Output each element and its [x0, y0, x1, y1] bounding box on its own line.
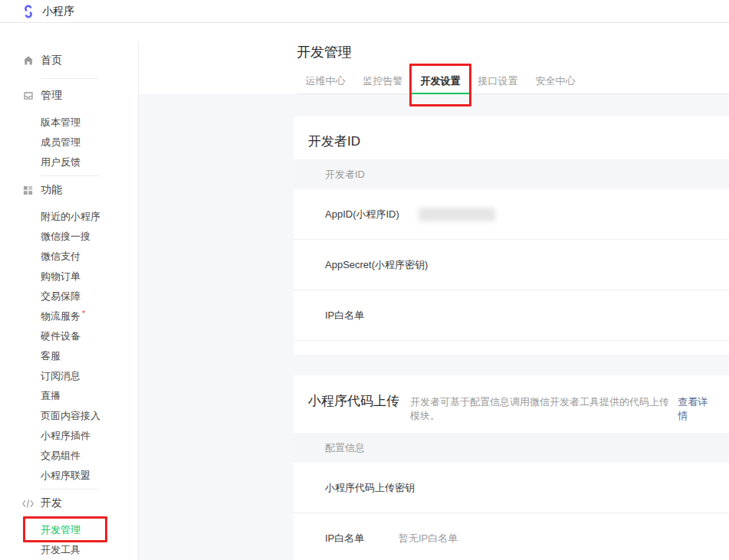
sidebar-divider	[41, 175, 99, 176]
sidebar-item-user-feedback[interactable]: 用户反馈	[0, 152, 139, 172]
table-row-appid: AppID(小程序ID)	[294, 189, 729, 240]
page-header: 开发管理 运维中心监控告警开发设置接口设置安全中心	[139, 23, 729, 94]
field-label: IP白名单	[325, 532, 399, 545]
tab-monitor-alarm[interactable]: 监控告警	[354, 71, 412, 93]
code-upload-rows: 小程序代码上传密钥IP白名单暂无IP白名单	[294, 463, 729, 560]
inbox-icon	[21, 90, 34, 102]
code-upload-card-head: 小程序代码上传 开发者可基于配置信息调用微信开发者工具提供的代码上传模块。 查看…	[294, 375, 729, 423]
sidebar-item-label: 附近的小程序	[41, 210, 100, 224]
sidebar-item-label: 物流服务	[41, 309, 80, 323]
sidebar-item-label: 开发	[41, 496, 62, 510]
sidebar-item-label: 订阅消息	[41, 369, 80, 383]
sidebar-divider	[41, 489, 99, 490]
sidebar-item-label: 微信支付	[41, 250, 80, 264]
sidebar-item-nearby-miniprograms[interactable]: 附近的小程序	[0, 207, 139, 227]
table-header-label: 开发者ID	[325, 168, 365, 182]
miniprogram-logo-icon[interactable]	[21, 4, 36, 19]
sidebar-item-wechat-pay[interactable]: 微信支付	[0, 247, 139, 267]
sidebar-item-label: 版本管理	[41, 116, 80, 129]
sidebar-divider	[41, 78, 99, 79]
field-label: AppID(小程序ID)	[325, 208, 399, 221]
section-title-code-upload: 小程序代码上传	[308, 393, 399, 409]
field-label: AppSecret(小程序密钥)	[325, 258, 399, 272]
sidebar-item-home[interactable]: 首页	[0, 51, 139, 70]
code-upload-card: 小程序代码上传 开发者可基于配置信息调用微信开发者工具提供的代码上传模块。 查看…	[294, 375, 729, 560]
table-row-upload-key: 小程序代码上传密钥	[294, 463, 729, 513]
required-asterisk: *	[82, 309, 85, 318]
code-upload-table-header: 配置信息	[294, 433, 729, 463]
sidebar-item-label: 管理	[41, 89, 62, 103]
app-window: 小程序 首页管理版本管理成员管理用户反馈功能附近的小程序微信搜一搜微信支付购物订…	[0, 0, 729, 560]
sidebar-item-miniprogram-plugin[interactable]: 小程序插件	[0, 426, 139, 446]
sidebar-item-label: 小程序联盟	[41, 469, 90, 483]
sidebar-item-live-streaming[interactable]: 直播	[0, 386, 139, 406]
view-details-link[interactable]: 查看详情	[678, 395, 714, 423]
sidebar-item-label: 购物订单	[41, 270, 80, 283]
sidebar-item-label: 直播	[41, 389, 61, 403]
sidebar-item-label: 开发管理	[41, 523, 80, 537]
layout: 首页管理版本管理成员管理用户反馈功能附近的小程序微信搜一搜微信支付购物订单交易保…	[0, 23, 729, 560]
sidebar-item-customer-service[interactable]: 客服	[0, 346, 139, 366]
field-label: 小程序代码上传密钥	[325, 481, 399, 495]
table-row-ip-whitelist: IP白名单	[294, 290, 729, 341]
sidebar-item-label: 硬件设备	[41, 329, 80, 343]
tab-api-settings[interactable]: 接口设置	[469, 71, 527, 93]
sidebar-item-shopping-orders[interactable]: 购物订单	[0, 267, 139, 287]
tab-develop-settings[interactable]: 开发设置	[412, 71, 469, 93]
main-content: 开发管理 运维中心监控告警开发设置接口设置安全中心 开发者ID 开发者ID Ap…	[139, 23, 729, 560]
app-title: 小程序	[42, 5, 74, 18]
home-icon	[21, 54, 34, 67]
redacted-value	[419, 208, 495, 221]
section-title-developer-id: 开发者ID	[308, 133, 360, 149]
sidebar-item-hardware-devices[interactable]: 硬件设备	[0, 326, 139, 346]
table-row-upload-ip-whitelist: IP白名单暂无IP白名单	[294, 513, 729, 560]
tab-label: 监控告警	[363, 75, 403, 87]
sidebar-item-develop[interactable]: 开发	[0, 493, 139, 513]
sidebar-item-miniprogram-union[interactable]: 小程序联盟	[0, 466, 139, 486]
sidebar-item-develop-management[interactable]: 开发管理	[0, 520, 139, 540]
tab-label: 接口设置	[478, 75, 518, 87]
sidebar-item-label: 成员管理	[41, 136, 80, 149]
tab-label: 运维中心	[306, 75, 346, 87]
table-row-appsecret: AppSecret(小程序密钥)	[294, 240, 729, 290]
sidebar-item-member-management[interactable]: 成员管理	[0, 133, 139, 152]
developer-id-card: 开发者ID 开发者ID AppID(小程序ID)AppSecret(小程序密钥)…	[294, 116, 729, 355]
sidebar: 首页管理版本管理成员管理用户反馈功能附近的小程序微信搜一搜微信支付购物订单交易保…	[0, 23, 139, 560]
sidebar-item-subscribe-message[interactable]: 订阅消息	[0, 366, 139, 386]
field-label: IP白名单	[325, 309, 399, 323]
code-icon	[21, 499, 34, 509]
sidebar-item-transaction-guarantee[interactable]: 交易保障	[0, 287, 139, 306]
tab-security-center[interactable]: 安全中心	[527, 71, 584, 93]
sidebar-item-logistics-service[interactable]: 物流服务*	[0, 306, 139, 326]
sidebar-item-label: 首页	[41, 54, 62, 67]
sidebar-item-label: 开发工具	[41, 543, 80, 557]
developer-id-card-head: 开发者ID	[294, 116, 729, 149]
tab-label: 安全中心	[536, 75, 576, 87]
developer-id-rows: AppID(小程序ID)AppSecret(小程序密钥)IP白名单	[294, 189, 729, 341]
sidebar-item-label: 客服	[41, 349, 61, 363]
sidebar-item-develop-tools[interactable]: 开发工具	[0, 540, 139, 560]
sidebar-item-manage[interactable]: 管理	[0, 86, 139, 106]
sidebar-item-label: 小程序插件	[41, 429, 90, 443]
field-value: 暂无IP白名单	[399, 532, 458, 545]
topbar: 小程序	[0, 0, 729, 23]
sidebar-item-label: 用户反馈	[41, 156, 80, 169]
sidebar-item-features[interactable]: 功能	[0, 180, 139, 200]
tab-operations-center[interactable]: 运维中心	[297, 71, 354, 93]
grid-icon	[21, 185, 34, 196]
page-title: 开发管理	[297, 44, 729, 61]
sidebar-item-label: 微信搜一搜	[41, 230, 90, 244]
sidebar-item-wechat-search[interactable]: 微信搜一搜	[0, 227, 139, 247]
sidebar-item-label: 交易保障	[41, 290, 80, 303]
sidebar-item-label: 交易组件	[41, 449, 80, 463]
sidebar-item-label: 页面内容接入	[41, 409, 100, 423]
sidebar-item-page-content-access[interactable]: 页面内容接入	[0, 406, 139, 426]
page-body: 开发者ID 开发者ID AppID(小程序ID)AppSecret(小程序密钥)…	[139, 94, 729, 560]
sidebar-item-version-management[interactable]: 版本管理	[0, 113, 139, 133]
developer-id-table-header: 开发者ID	[294, 159, 729, 189]
tab-label: 开发设置	[421, 75, 461, 87]
sidebar-item-trade-component[interactable]: 交易组件	[0, 446, 139, 466]
table-header-label: 配置信息	[325, 441, 365, 455]
sidebar-item-label: 功能	[41, 183, 62, 197]
section-description: 开发者可基于配置信息调用微信开发者工具提供的代码上传模块。	[410, 395, 675, 423]
